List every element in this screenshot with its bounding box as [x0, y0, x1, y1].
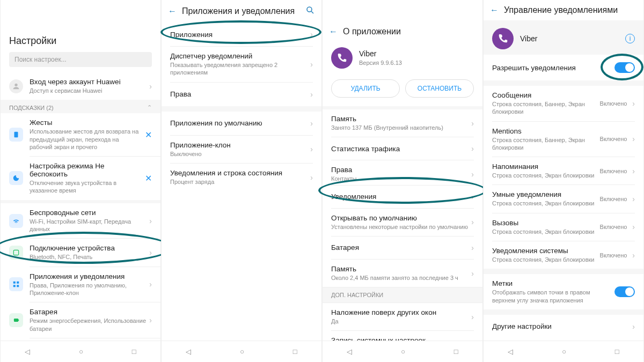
chevron-right-icon: ›: [471, 170, 474, 179]
svg-rect-5: [13, 285, 16, 287]
chevron-right-icon: ›: [310, 60, 313, 69]
apps-icon: [9, 277, 23, 291]
header-title: О приложении: [343, 27, 401, 36]
nav-back-icon[interactable]: ◁: [347, 348, 352, 356]
chevron-right-icon: ›: [471, 313, 474, 321]
chevron-right-icon: ›: [632, 195, 635, 203]
panel-settings: Настройки Поиск настроек... Вход через а…: [0, 0, 161, 362]
connect-icon: [9, 246, 23, 260]
chevron-right-icon: ›: [471, 218, 474, 226]
nav-home-icon[interactable]: ○: [562, 348, 566, 356]
close-icon[interactable]: ✕: [145, 173, 152, 183]
row-permissions[interactable]: Права›: [162, 83, 321, 106]
page-title: Настройки: [1, 27, 160, 52]
stop-button[interactable]: ОСТАНОВИТЬ: [405, 79, 474, 98]
nav-back-icon[interactable]: ◁: [186, 348, 191, 356]
header-title: Управление уведомлениями: [504, 5, 618, 15]
svg-rect-6: [17, 285, 19, 287]
row-badge[interactable]: МеткиОтображать символ точки в правом ве…: [484, 274, 643, 309]
panel-notif-manage: ← Управление уведомлениями Viber i Разре…: [483, 0, 644, 362]
chevron-right-icon: ›: [310, 30, 313, 39]
header: ← Управление уведомлениями: [484, 0, 643, 20]
row-channel[interactable]: Уведомления системыСтрока состояния, Экр…: [484, 241, 643, 269]
nav-home-icon[interactable]: ○: [79, 348, 83, 356]
svg-rect-4: [17, 282, 19, 284]
nav-bar: ◁ ○ □: [1, 341, 160, 362]
delete-button[interactable]: УДАЛИТЬ: [331, 79, 400, 98]
row-screen[interactable]: ЭкранЗащита зрения, Стиль рабочего экран…: [1, 338, 160, 341]
panel-app-info: ← О приложении ViberВерсия 9.9.6.13 УДАЛ…: [322, 0, 483, 362]
nav-recent-icon[interactable]: □: [454, 348, 458, 356]
chevron-right-icon: ›: [310, 173, 313, 182]
nav-recent-icon[interactable]: □: [293, 348, 297, 356]
row-apps-notifications[interactable]: Приложения и уведомленияПрава, Приложени…: [1, 267, 160, 302]
back-icon[interactable]: ←: [168, 6, 177, 16]
login-row[interactable]: Вход через аккаунт HuaweiДоступ к сервис…: [1, 72, 160, 100]
nav-home-icon[interactable]: ○: [240, 348, 244, 356]
row-apps[interactable]: Приложения›: [162, 23, 321, 46]
chevron-right-icon: ›: [471, 144, 474, 153]
row-notifications[interactable]: Уведомления›: [323, 186, 482, 208]
avatar-icon: [9, 79, 23, 93]
row-permissions[interactable]: ПраваКонтакты...›: [323, 160, 482, 184]
row-battery[interactable]: БатареяРежим энергосбережения, Использов…: [1, 302, 160, 338]
chevron-right-icon: ›: [471, 119, 474, 128]
nav-recent-icon[interactable]: □: [132, 348, 136, 356]
nav-back-icon[interactable]: ◁: [508, 348, 513, 356]
chevron-right-icon: ›: [149, 82, 152, 91]
chevron-right-icon: ›: [471, 243, 474, 252]
row-other[interactable]: Другие настройки›: [484, 315, 643, 338]
nav-bar: ◁ ○ □: [162, 341, 321, 362]
wifi-icon: [9, 214, 23, 228]
row-clone[interactable]: Приложение-клонВыключено›: [162, 136, 321, 163]
row-traffic[interactable]: Статистика трафика›: [323, 137, 482, 160]
chevron-right-icon: ›: [149, 217, 152, 225]
row-channel[interactable]: НапоминанияСтрока состояния, Экран блоки…: [484, 157, 643, 184]
nav-back-icon[interactable]: ◁: [25, 348, 30, 356]
row-default-apps[interactable]: Приложения по умолчанию›: [162, 112, 321, 135]
chevron-right-icon: ›: [632, 251, 635, 260]
svg-rect-3: [13, 282, 16, 284]
section-advanced: ДОП. НАСТРОЙКИ: [323, 287, 482, 303]
chevron-right-icon: ›: [310, 90, 313, 99]
row-system-write[interactable]: Запись системных настроекНет›: [323, 331, 482, 341]
back-icon[interactable]: ←: [490, 5, 499, 15]
toggle-on[interactable]: [614, 286, 635, 297]
info-icon[interactable]: i: [625, 34, 635, 43]
row-connect[interactable]: Подключение устройстваBluetooth, NFC, Пе…: [1, 239, 160, 266]
row-notif-manager[interactable]: Диспетчер уведомленийПоказывать уведомле…: [162, 47, 321, 82]
row-status-bar[interactable]: Уведомления и строка состоянияПроцент за…: [162, 164, 321, 191]
chevron-right-icon: ›: [632, 322, 635, 331]
chevron-right-icon: ›: [471, 269, 474, 278]
hints-header[interactable]: ПОДСКАЗКИ (2)⌃: [1, 100, 160, 113]
row-wireless[interactable]: Беспроводные сетиWi-Fi, Настройки SIM-ка…: [1, 203, 160, 239]
chevron-right-icon: ›: [632, 99, 635, 108]
row-channel[interactable]: Умные уведомленияСтрока состояния, Экран…: [484, 185, 643, 212]
row-channel[interactable]: СообщенияСтрока состояния, Баннер, Экран…: [484, 86, 643, 121]
chevron-right-icon: ›: [149, 248, 152, 257]
row-open-default[interactable]: Открывать по умолчаниюУстановлены некото…: [323, 209, 482, 236]
row-overlay[interactable]: Наложение поверх других оконДа›: [323, 303, 482, 330]
chevron-right-icon: ›: [149, 280, 152, 289]
search-icon[interactable]: [305, 5, 315, 17]
svg-rect-7: [14, 319, 18, 322]
hint-gestures[interactable]: ЖестыИспользование жестов для возврата н…: [1, 113, 160, 156]
panel-apps-notif: ← Приложения и уведомления Приложения› Д…: [161, 0, 322, 362]
row-memory[interactable]: ПамятьОколо 2,4 МБ памяти занято за посл…: [323, 260, 482, 287]
chevron-right-icon: ›: [149, 316, 152, 324]
close-icon[interactable]: ✕: [145, 130, 152, 140]
row-channel[interactable]: ВызовыСтрока состояния, Экран блокировки…: [484, 213, 643, 241]
hint-dnd[interactable]: Настройка режима Не беспокоитьОтключение…: [1, 157, 160, 200]
row-allow-notif[interactable]: Разрешить уведомления: [484, 55, 643, 80]
svg-point-10: [307, 7, 312, 12]
row-storage[interactable]: ПамятьЗанято 137 МБ (Внутренний накопите…: [323, 109, 482, 137]
toggle-on[interactable]: [614, 62, 635, 73]
nav-home-icon[interactable]: ○: [401, 348, 405, 356]
row-channel[interactable]: MentionsСтрока состояния, Баннер, Экран …: [484, 122, 643, 157]
search-input[interactable]: Поиск настроек...: [9, 52, 152, 67]
back-icon[interactable]: ←: [329, 27, 338, 36]
row-battery[interactable]: Батарея›: [323, 237, 482, 259]
svg-rect-8: [18, 320, 19, 321]
header-title: Приложения и уведомления: [182, 6, 295, 16]
nav-recent-icon[interactable]: □: [615, 348, 619, 356]
